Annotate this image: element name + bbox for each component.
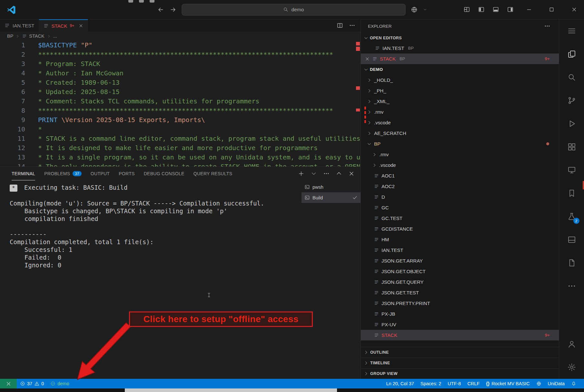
code-line: 6* Updated: 2025-08-15 — [0, 87, 361, 97]
tree-file-hm[interactable]: HM — [361, 234, 559, 245]
tree-folder--ph-[interactable]: _PH_ — [361, 85, 559, 96]
server-status[interactable]: UniData — [545, 379, 568, 388]
editor-tab-stack[interactable]: STACK9+ — [39, 19, 88, 32]
indentation[interactable]: Spaces: 2 — [417, 379, 445, 388]
tree-folder-ae-scratch[interactable]: AE_SCRATCH — [361, 128, 559, 139]
tree-file-gc-test[interactable]: GC.TEST — [361, 213, 559, 224]
test-beaker-activity-item[interactable]: 2 — [559, 205, 584, 228]
tree-file-aoc1[interactable]: AOC1 — [361, 170, 559, 181]
problems-status[interactable]: 37 0 — [17, 379, 47, 388]
run-debug-activity-item[interactable] — [559, 112, 584, 135]
settings-gear-activity-item[interactable] — [559, 356, 584, 379]
panel-layout-activity-item[interactable] — [559, 228, 584, 251]
account-activity-item[interactable] — [559, 332, 584, 356]
tree-file-gc[interactable]: GC — [361, 202, 559, 213]
customize-layout-icon[interactable] — [463, 6, 470, 13]
tree-folder--xml-[interactable]: _XML_ — [361, 96, 559, 107]
open-editor-ian-test[interactable]: IAN.TESTBP — [361, 43, 559, 53]
remote-explorer-activity-item[interactable] — [559, 158, 584, 182]
panel-tab-ports[interactable]: PORTS — [119, 167, 134, 180]
bookmark-activity-item[interactable] — [559, 182, 584, 205]
eol-sequence[interactable]: CRLF — [464, 379, 483, 388]
code-editor[interactable]: 1$BASICTYPE "P"2************************… — [0, 41, 361, 167]
tree-folder--vscode[interactable]: .vscode — [361, 117, 559, 128]
tree-file-json-get-array[interactable]: JSON.GET.ARRAY — [361, 255, 559, 266]
open-editor-stack[interactable]: STACKBP9+ — [361, 53, 559, 64]
tree-file-json-pretty-print[interactable]: JSON.PRETTY.PRINT — [361, 298, 559, 309]
panel-more-actions-icon[interactable] — [323, 170, 330, 177]
close-icon[interactable] — [78, 23, 84, 28]
panel-tab-output[interactable]: OUTPUT — [91, 167, 110, 180]
tree-file-px-uv[interactable]: PX-UV — [361, 319, 559, 330]
tree-file-json-get-test[interactable]: JSON.GET.TEST — [361, 287, 559, 298]
item-label: JSON.GET.ARRAY — [381, 258, 423, 263]
search-activity-item[interactable] — [559, 66, 584, 89]
section-group-view[interactable]: GROUP VIEW — [361, 368, 559, 379]
toggle-sidebar-left-icon[interactable] — [478, 6, 485, 13]
maximize-panel-icon[interactable] — [336, 170, 342, 177]
editor-more-actions-icon[interactable] — [349, 22, 355, 29]
code-text: PRINT \Version 2025-08-15 Exports, Impor… — [27, 115, 205, 125]
tree-file-stack[interactable]: STACK9+ — [361, 330, 559, 340]
task-demo-status[interactable]: demo — [47, 379, 72, 388]
tree-file-ian-test[interactable]: IAN.TEST — [361, 245, 559, 255]
toggle-sidebar-right-icon[interactable] — [507, 6, 514, 13]
terminal-instance-build[interactable]: Build — [302, 192, 361, 203]
source-control-activity-item[interactable] — [559, 89, 584, 112]
language-mode[interactable]: {} Rocket MV BASIC — [483, 379, 533, 388]
tree-file-gcdistance[interactable]: GCDISTANCE — [361, 224, 559, 234]
panel-body: * Executing task: BASIC: BuildCompiling(… — [0, 180, 361, 379]
tree-file-json-get-query[interactable]: JSON.GET.QUERY — [361, 277, 559, 287]
menu-activity-item[interactable] — [559, 19, 584, 43]
modified-dot — [546, 142, 549, 145]
terminal-dropdown-icon[interactable] — [311, 170, 317, 177]
close-panel-icon[interactable] — [348, 170, 355, 177]
terminal-output[interactable]: * Executing task: BASIC: BuildCompiling(… — [0, 180, 302, 379]
docs-activity-item[interactable] — [559, 251, 584, 274]
close-window-button[interactable] — [567, 0, 581, 19]
explorer-more-actions-icon[interactable] — [544, 23, 550, 29]
tree-file-json-get-object[interactable]: JSON.GET.OBJECT — [361, 266, 559, 277]
workspace-root-header[interactable]: DEMO — [361, 64, 559, 75]
section-timeline[interactable]: TIMELINE — [361, 358, 559, 368]
split-editor-icon[interactable] — [337, 22, 343, 29]
tree-file-aoc2[interactable]: AOC2 — [361, 181, 559, 192]
forward-arrow-icon[interactable] — [169, 6, 176, 13]
encoding[interactable]: UTF-8 — [444, 379, 464, 388]
tree-file-d[interactable]: D — [361, 192, 559, 202]
breadcrumb-item[interactable]: ... — [53, 33, 57, 39]
section-outline[interactable]: OUTLINE — [361, 347, 559, 358]
tree-folder--rmv[interactable]: .rmv — [361, 107, 559, 117]
ellipsis-activity-item[interactable] — [559, 274, 584, 298]
open-editors-header[interactable]: OPEN EDITORS — [361, 33, 559, 43]
explorer-activity-item[interactable] — [559, 43, 584, 66]
browser-profile-icon[interactable] — [411, 6, 418, 13]
panel-tab-query-results[interactable]: QUERY RESULTS — [193, 167, 233, 180]
tree-file-px-jb[interactable]: PX-JB — [361, 309, 559, 319]
tree-folder-bp[interactable]: BP — [361, 139, 559, 149]
extensions-activity-item[interactable] — [559, 135, 584, 158]
new-terminal-icon[interactable] — [298, 170, 304, 177]
breadcrumb-item[interactable]: BP — [7, 33, 13, 39]
terminal-instance-pwsh[interactable]: pwsh — [302, 182, 361, 192]
tree-folder--hold-[interactable]: _HOLD_ — [361, 75, 559, 85]
line-number: 8 — [0, 106, 27, 115]
panel-tab-terminal[interactable]: TERMINAL — [12, 167, 35, 180]
close-icon[interactable] — [365, 56, 370, 62]
tree-folder--vscode[interactable]: .vscode — [361, 160, 559, 170]
tree-folder--rmv[interactable]: .rmv — [361, 149, 559, 160]
search-value: demo — [292, 7, 304, 13]
breadcrumb-item[interactable]: STACK — [22, 33, 44, 39]
toggle-panel-icon[interactable] — [492, 6, 499, 13]
back-arrow-icon[interactable] — [157, 6, 164, 13]
panel-tab-problems[interactable]: PROBLEMS37 — [44, 167, 82, 180]
search-input[interactable]: demo — [182, 4, 405, 15]
minimize-button[interactable] — [521, 0, 536, 19]
browser-status[interactable] — [533, 379, 545, 388]
editor-tab-ian-test[interactable]: IAN.TEST — [0, 19, 39, 32]
remote-indicator[interactable] — [0, 379, 17, 388]
maximize-button[interactable] — [544, 0, 559, 19]
panel-tab-debug-console[interactable]: DEBUG CONSOLE — [144, 167, 184, 180]
cursor-position[interactable]: Ln 20, Col 37 — [383, 379, 417, 388]
notifications-button[interactable] — [568, 379, 579, 388]
